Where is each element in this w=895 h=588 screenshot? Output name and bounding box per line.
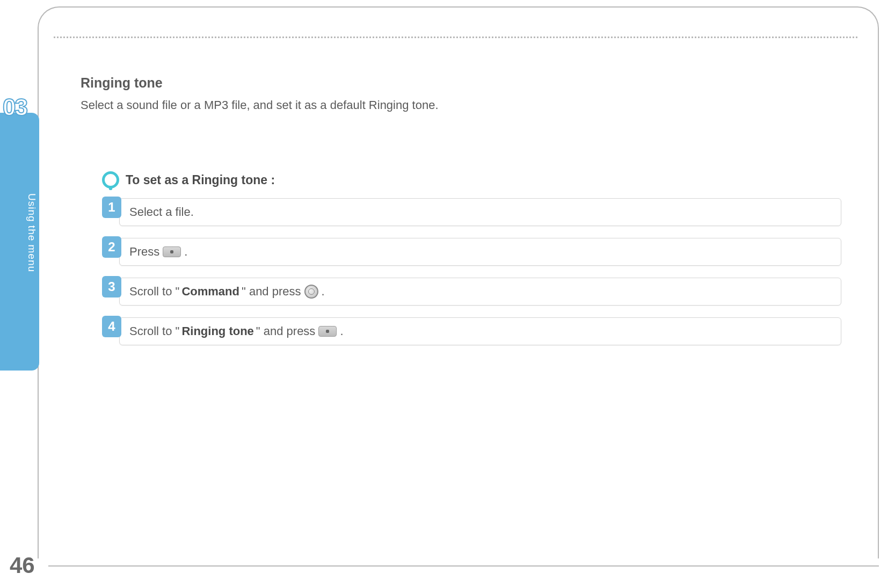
step-number: 3	[102, 276, 121, 297]
content-area: Ringing tone Select a sound file or a MP…	[81, 75, 841, 357]
bottom-rule	[48, 565, 879, 567]
bullet-icon	[102, 171, 119, 188]
section-title: Ringing tone	[81, 75, 841, 91]
step-bold: Ringing tone	[181, 324, 253, 338]
side-tab-label: Using the menu	[26, 193, 38, 272]
step-body: Scroll to "Command" and press .	[119, 278, 841, 306]
step-body: Scroll to "Ringing tone" and press .	[119, 317, 841, 345]
step-row: 3Scroll to "Command" and press .	[102, 278, 841, 306]
step-number: 2	[102, 236, 121, 258]
page-number: 46	[10, 553, 35, 578]
step-text: Select a file.	[129, 205, 194, 219]
step-text: Scroll to "	[129, 285, 179, 299]
step-text: .	[340, 324, 343, 338]
softkey-icon	[163, 246, 181, 257]
nav-key-icon	[304, 285, 318, 299]
step-text: .	[184, 245, 187, 259]
step-text: Press	[129, 245, 159, 259]
step-row: 4Scroll to "Ringing tone" and press .	[102, 317, 841, 345]
chapter-number: 03	[3, 94, 27, 121]
step-number: 1	[102, 197, 121, 218]
steps-heading-row: To set as a Ringing tone :	[102, 171, 841, 188]
steps-heading: To set as a Ringing tone :	[126, 173, 275, 187]
step-text: Scroll to "	[129, 324, 179, 338]
softkey-icon	[318, 326, 337, 337]
step-body: Select a file.	[119, 198, 841, 226]
step-text: " and press	[256, 324, 316, 338]
step-number: 4	[102, 316, 121, 337]
step-body: Press .	[119, 238, 841, 266]
step-row: 1Select a file.	[102, 198, 841, 226]
step-text: .	[322, 285, 325, 299]
steps-block: To set as a Ringing tone : 1Select a fil…	[102, 171, 841, 345]
step-bold: Command	[181, 285, 239, 299]
section-description: Select a sound file or a MP3 file, and s…	[81, 98, 841, 112]
dotted-divider	[54, 37, 857, 38]
step-text: " and press	[242, 285, 301, 299]
step-row: 2Press .	[102, 238, 841, 266]
